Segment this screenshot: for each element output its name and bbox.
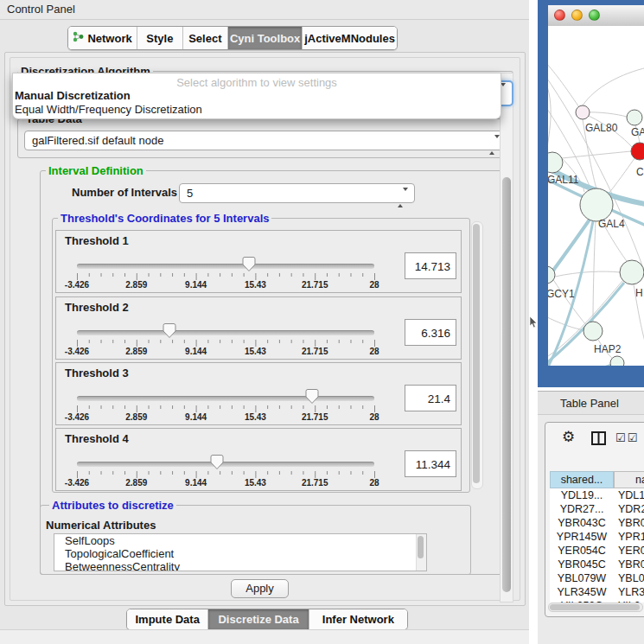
apply-button[interactable]: Apply	[231, 579, 289, 598]
table-cell: YER0	[614, 544, 644, 558]
threshold-row: Threshold 2-3.4262.8599.14415.4321.71528…	[55, 296, 462, 360]
slider-tick-label: 15.43	[245, 412, 266, 422]
table-cell: YBL0	[614, 571, 644, 585]
table-row[interactable]: YBR043CYBR0	[550, 516, 644, 530]
table-cell: YLR345W	[550, 585, 614, 599]
slider-tick-label: 15.43	[245, 347, 266, 356]
table-header-name[interactable]: na	[614, 471, 644, 488]
tab-style[interactable]: Style	[137, 27, 182, 49]
table-cell: YDL19...	[550, 488, 614, 502]
threshold-slider-track[interactable]	[77, 330, 374, 335]
control-panel-titlebar: Control Panel ✕	[0, 0, 529, 20]
threshold-slider-thumb[interactable]	[242, 256, 256, 275]
slider-tick-label: 21.715	[302, 280, 328, 290]
numerical-attributes-label: Numerical Attributes	[46, 519, 156, 532]
tab-impute-data[interactable]: Impute Data	[127, 609, 208, 629]
slider-tick-label: -3.426	[65, 347, 89, 356]
table-cell: YPR145W	[550, 530, 614, 544]
table-data-combo[interactable]: galFiltered.sif default node	[24, 131, 507, 150]
table-row[interactable]: YBL079WYBL0	[550, 571, 644, 585]
threshold-slider-track[interactable]	[77, 396, 374, 401]
combo-stepper-icon	[398, 188, 408, 207]
tab-label: Infer Network	[322, 613, 394, 626]
threshold-value-field[interactable]: 21.4	[405, 385, 456, 411]
threshold-value-field[interactable]: 6.316	[405, 319, 456, 346]
mac-zoom-icon[interactable]	[589, 10, 600, 21]
table-row[interactable]: YBR045CYBR0	[550, 558, 644, 571]
table-row[interactable]: YDL19...YDL1	[550, 488, 644, 502]
mouse-cursor	[529, 316, 538, 331]
combo-stepper-icon	[489, 136, 500, 154]
thresholds-scrollbar[interactable]	[471, 221, 483, 489]
threshold-value-field[interactable]: 14.713	[405, 252, 456, 279]
slider-tick-marks	[77, 404, 376, 417]
panel-scrollbar[interactable]	[500, 73, 513, 603]
checkbox-icons[interactable]: ☑☑	[615, 431, 639, 444]
attribute-list-item[interactable]: SelfLoops	[54, 534, 426, 547]
network-icon	[73, 31, 84, 45]
threshold-value-field[interactable]: 11.344	[405, 450, 456, 477]
slider-tick-marks	[77, 271, 376, 284]
table-row[interactable]: YDR27...YDR2	[550, 502, 644, 516]
threshold-slider-thumb[interactable]	[305, 388, 319, 407]
threshold-label: Threshold 4	[65, 432, 129, 445]
gear-icon[interactable]: ⚙	[562, 428, 575, 446]
table-horizontal-scrollbar[interactable]	[548, 603, 643, 612]
number-of-intervals-combo[interactable]: 5	[179, 183, 415, 203]
slider-tick-label: 2.859	[125, 478, 147, 488]
number-of-intervals-label: Number of Intervals	[72, 186, 177, 199]
table-cell: YBR043C	[550, 516, 614, 530]
mac-close-icon[interactable]	[554, 10, 565, 21]
network-view-window: GAL80GACGAL11GAL4GCY1HHAP2	[538, 0, 644, 387]
threshold-slider-track[interactable]	[77, 462, 374, 467]
top-tab-bar: NetworkStyleSelectCyni ToolboxjActiveMNo…	[67, 26, 398, 50]
tab-select[interactable]: Select	[183, 27, 228, 49]
tab-label: jActiveMNodules	[304, 32, 395, 45]
tab-network[interactable]: Network	[68, 27, 137, 49]
slider-tick-label: 15.43	[245, 478, 266, 488]
slider-tick-marks	[77, 469, 376, 482]
numerical-attributes-list: SelfLoopsTopologicalCoefficientBetweenne…	[54, 533, 427, 571]
tab-label: Discretize Data	[218, 613, 298, 626]
mac-minimize-icon[interactable]	[571, 10, 583, 21]
table-cell: YER054C	[550, 544, 614, 558]
attributes-list-scrollbar[interactable]	[416, 534, 426, 571]
slider-tick-label: -3.426	[65, 412, 89, 422]
network-canvas[interactable]: GAL80GACGAL11GAL4GCY1HHAP2	[548, 26, 644, 366]
slider-tick-label: 15.43	[245, 280, 266, 290]
table-cell: YPR1	[614, 530, 644, 544]
dropdown-option[interactable]: Manual Discretization	[13, 89, 501, 103]
slider-tick-label: 28	[369, 412, 379, 422]
table-row[interactable]: YPR145WYPR1	[550, 530, 644, 544]
svg-text:C: C	[636, 166, 644, 178]
attributes-group-label: Attributes to discretize	[49, 499, 176, 512]
tab-infer-network[interactable]: Infer Network	[309, 609, 407, 629]
slider-tick-label: 9.144	[185, 478, 207, 488]
threshold-slider-thumb[interactable]	[210, 454, 224, 473]
threshold-slider-track[interactable]	[77, 264, 374, 269]
svg-text:GA: GA	[631, 126, 644, 138]
threshold-row: Threshold 4-3.4262.8599.14415.4321.71528…	[55, 428, 462, 491]
threshold-slider-thumb[interactable]	[163, 322, 176, 341]
dropdown-option-list: Manual DiscretizationEqual Width/Frequen…	[13, 89, 501, 117]
tab-cyni-toolbox[interactable]: Cyni Toolbox	[228, 27, 303, 49]
table-cell: YBR0	[614, 516, 644, 530]
slider-tick-label: -3.426	[65, 478, 89, 488]
tab-jactivemnodules[interactable]: jActiveMNodules	[303, 27, 397, 49]
bottom-tab-bar: Impute DataDiscretize DataInfer Network	[126, 609, 408, 630]
node-table[interactable]: shared... na YDL19...YDL1YDR27...YDR2YBR…	[550, 471, 644, 603]
dropdown-option[interactable]: Equal Width/Frequency Discretization	[13, 103, 501, 117]
attribute-list-item[interactable]: BetweennessCentrality	[54, 560, 426, 571]
panel-bottom-strip	[0, 629, 529, 644]
network-window-titlebar[interactable]	[548, 5, 644, 27]
slider-tick-label: 2.859	[125, 280, 147, 290]
split-columns-icon[interactable]	[591, 431, 606, 448]
tab-discretize-data[interactable]: Discretize Data	[208, 609, 309, 629]
table-row[interactable]: YER054CYER0	[550, 544, 644, 558]
table-row[interactable]: YLR345WYLR3	[550, 585, 644, 599]
attribute-list-item[interactable]: TopologicalCoefficient	[54, 547, 426, 560]
slider-tick-label: 21.715	[302, 347, 328, 356]
table-header-shared-name[interactable]: shared...	[550, 471, 614, 488]
panel-title: Control Panel	[7, 0, 75, 19]
thresholds-group-label: Threshold's Coordinates for 5 Intervals	[58, 212, 271, 225]
